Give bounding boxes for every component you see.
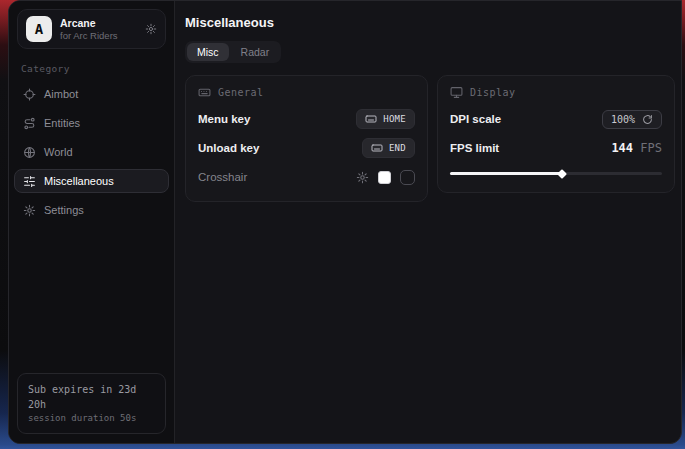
fps-limit-value: 144	[611, 141, 633, 155]
sidebar-item-label: Settings	[44, 204, 84, 216]
dpi-scale-row: DPI scale 100%	[450, 107, 662, 131]
sidebar-item-entities[interactable]: Entities	[14, 111, 169, 135]
sidebar-item-label: Aimbot	[44, 88, 78, 100]
menu-key-label: Menu key	[198, 113, 250, 125]
crosshair-color-swatch[interactable]	[378, 171, 391, 184]
fps-limit-row: FPS limit 144 FPS	[450, 136, 662, 160]
crosshair-label: Crosshair	[198, 171, 247, 183]
menu-key-value: HOME	[383, 114, 406, 124]
category-label: Category	[21, 63, 162, 74]
sliders-icon	[23, 175, 36, 188]
sidebar-item-label: Miscellaneous	[44, 175, 114, 187]
dpi-scale-value: 100%	[611, 114, 635, 125]
sidebar-item-label: Entities	[44, 117, 80, 129]
app-window: A Arcane for Arc Riders Category Aimbot	[8, 0, 682, 444]
keyboard-icon	[371, 142, 383, 154]
tab-radar[interactable]: Radar	[231, 43, 280, 61]
general-panel-title: General	[218, 87, 264, 98]
fps-slider-track-fill	[450, 172, 562, 175]
session-duration: session duration 50s	[28, 412, 155, 425]
subscription-expiry: Sub expires in 23d 20h	[28, 382, 155, 412]
sidebar-item-miscellaneous[interactable]: Miscellaneous	[14, 169, 169, 193]
sidebar-item-world[interactable]: World	[14, 140, 169, 164]
globe-icon	[23, 146, 36, 159]
app-logo-card: A Arcane for Arc Riders	[17, 9, 166, 49]
panels-row: General Menu key HOME Unload key	[185, 75, 675, 202]
fps-limit-label: FPS limit	[450, 142, 499, 154]
subscription-card: Sub expires in 23d 20h session duration …	[17, 373, 166, 434]
sidebar-item-aimbot[interactable]: Aimbot	[14, 82, 169, 106]
sync-gear-icon[interactable]	[145, 23, 157, 35]
dpi-scale-select[interactable]: 100%	[602, 110, 662, 129]
desktop-background: A Arcane for Arc Riders Category Aimbot	[0, 0, 685, 449]
menu-key-row: Menu key HOME	[198, 107, 415, 131]
monitor-icon	[450, 86, 463, 99]
sidebar-item-settings[interactable]: Settings	[14, 198, 169, 222]
crosshair-icon	[23, 88, 36, 101]
dpi-scale-label: DPI scale	[450, 113, 501, 125]
display-panel-title: Display	[470, 87, 516, 98]
crosshair-row: Crosshair	[198, 165, 415, 189]
fps-limit-slider[interactable]	[450, 166, 662, 180]
page-title: Miscellaneous	[185, 15, 675, 30]
general-panel: General Menu key HOME Unload key	[185, 75, 428, 202]
main-content: Miscellaneous Misc Radar General Menu ke…	[175, 1, 682, 443]
tab-bar: Misc Radar	[185, 41, 281, 63]
route-icon	[23, 117, 36, 130]
tab-misc[interactable]: Misc	[187, 43, 229, 61]
sidebar: A Arcane for Arc Riders Category Aimbot	[9, 1, 175, 443]
refresh-icon	[642, 114, 653, 125]
unload-key-label: Unload key	[198, 142, 259, 154]
fps-slider-thumb[interactable]	[557, 169, 567, 179]
app-name: Arcane	[60, 17, 137, 30]
fps-limit-unit: FPS	[640, 141, 662, 155]
display-panel: Display DPI scale 100% FPS limit	[437, 75, 675, 193]
menu-key-bind-button[interactable]: HOME	[356, 109, 415, 129]
unload-key-bind-button[interactable]: END	[362, 138, 415, 158]
keyboard-icon	[198, 86, 211, 99]
unload-key-row: Unload key END	[198, 136, 415, 160]
app-avatar: A	[26, 16, 52, 42]
sidebar-nav: Aimbot Entities World	[9, 82, 174, 222]
sidebar-item-label: World	[44, 146, 73, 158]
crosshair-settings-gear-icon[interactable]	[356, 171, 369, 184]
app-subtitle: for Arc Riders	[60, 30, 137, 42]
crosshair-enabled-checkbox[interactable]	[400, 170, 415, 185]
keyboard-icon	[365, 113, 377, 125]
unload-key-value: END	[389, 143, 406, 153]
gear-icon	[23, 204, 36, 217]
